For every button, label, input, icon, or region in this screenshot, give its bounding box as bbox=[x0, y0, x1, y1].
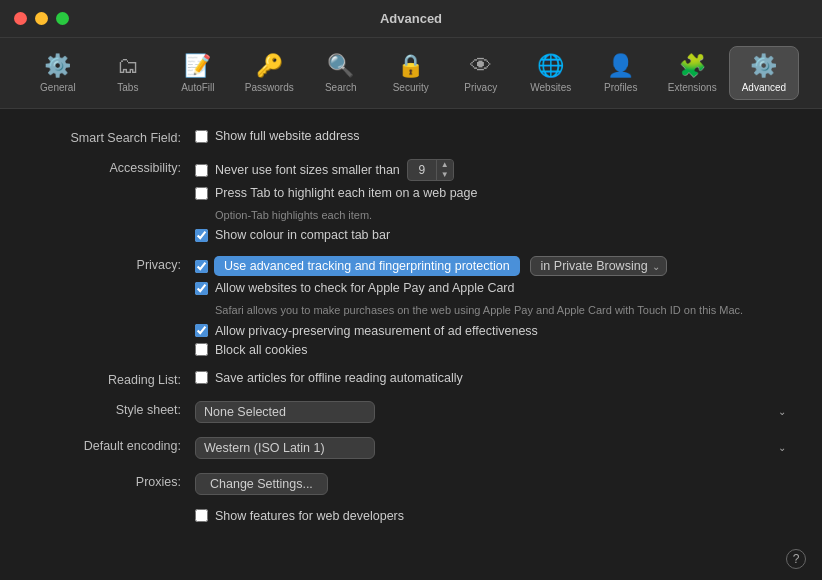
advanced-icon: ⚙️ bbox=[750, 53, 777, 79]
general-icon: ⚙️ bbox=[44, 53, 71, 79]
privacy-section-label: Privacy: bbox=[30, 256, 195, 272]
press-tab-checkbox[interactable] bbox=[195, 187, 208, 200]
title-bar: Advanced bbox=[0, 0, 822, 38]
smart-search-row: Smart Search Field: Show full website ad… bbox=[30, 129, 792, 145]
toolbar-advanced[interactable]: ⚙️ Advanced bbox=[729, 46, 799, 100]
save-offline-row: Save articles for offline reading automa… bbox=[195, 371, 792, 385]
accessibility-controls: Never use font sizes smaller than 9 ▲ ▼ … bbox=[195, 159, 792, 242]
show-colour-checkbox[interactable] bbox=[195, 229, 208, 242]
block-cookies-label: Block all cookies bbox=[215, 343, 307, 357]
maximize-button[interactable] bbox=[56, 12, 69, 25]
option-tab-text: Option-Tab highlights each item. bbox=[195, 209, 372, 221]
developer-features-row: Show features for web developers bbox=[195, 509, 792, 523]
privacy-controls: Use advanced tracking and fingerprinting… bbox=[195, 256, 792, 356]
developer-controls: Show features for web developers bbox=[195, 509, 792, 523]
help-button[interactable]: ? bbox=[786, 549, 806, 569]
toolbar-privacy[interactable]: 👁 Privacy bbox=[446, 47, 516, 99]
apple-pay-label: Allow websites to check for Apple Pay an… bbox=[215, 281, 514, 295]
toolbar-search[interactable]: 🔍 Search bbox=[306, 47, 376, 99]
show-colour-label: Show colour in compact tab bar bbox=[215, 228, 390, 242]
encoding-label: Default encoding: bbox=[30, 437, 195, 453]
in-private-dropdown[interactable]: in Private Browsing ⌄ bbox=[530, 256, 667, 276]
accessibility-row: Accessibility: Never use font sizes smal… bbox=[30, 159, 792, 242]
minimize-button[interactable] bbox=[35, 12, 48, 25]
encoding-dropdown-wrapper: Western (ISO Latin 1) UTF-8 Unicode (UTF… bbox=[195, 437, 792, 459]
smart-search-label: Smart Search Field: bbox=[30, 129, 195, 145]
encoding-controls: Western (ISO Latin 1) UTF-8 Unicode (UTF… bbox=[195, 437, 792, 459]
websites-label: Websites bbox=[530, 82, 571, 93]
font-size-stepper: 9 ▲ ▼ bbox=[407, 159, 454, 181]
passwords-icon: 🔑 bbox=[256, 53, 283, 79]
in-private-dropdown-arrow: ⌄ bbox=[652, 261, 660, 272]
profiles-icon: 👤 bbox=[607, 53, 634, 79]
block-cookies-checkbox[interactable] bbox=[195, 343, 208, 356]
general-label: General bbox=[40, 82, 76, 93]
websites-icon: 🌐 bbox=[537, 53, 564, 79]
stylesheet-dropdown-arrow: ⌄ bbox=[778, 406, 786, 417]
tracking-protection-row: Use advanced tracking and fingerprinting… bbox=[195, 256, 792, 276]
close-button[interactable] bbox=[14, 12, 27, 25]
extensions-label: Extensions bbox=[668, 82, 717, 93]
autofill-label: AutoFill bbox=[181, 82, 214, 93]
search-icon: 🔍 bbox=[327, 53, 354, 79]
toolbar-general[interactable]: ⚙️ General bbox=[23, 47, 93, 99]
toolbar-security[interactable]: 🔒 Security bbox=[376, 47, 446, 99]
reading-list-controls: Save articles for offline reading automa… bbox=[195, 371, 792, 385]
security-label: Security bbox=[393, 82, 429, 93]
toolbar-passwords[interactable]: 🔑 Passwords bbox=[233, 47, 306, 99]
developer-features-checkbox[interactable] bbox=[195, 509, 208, 522]
tracking-protection-checkbox[interactable] bbox=[195, 260, 208, 273]
font-size-value: 9 bbox=[408, 161, 436, 179]
stylesheet-label: Style sheet: bbox=[30, 401, 195, 417]
tabs-icon: 🗂 bbox=[117, 53, 139, 79]
toolbar-profiles[interactable]: 👤 Profiles bbox=[586, 47, 656, 99]
show-colour-row: Show colour in compact tab bar bbox=[195, 228, 792, 242]
never-font-size-label: Never use font sizes smaller than bbox=[215, 163, 400, 177]
reading-list-label: Reading List: bbox=[30, 371, 195, 387]
stepper-up-button[interactable]: ▲ bbox=[437, 160, 453, 170]
never-font-size-checkbox[interactable] bbox=[195, 164, 208, 177]
toolbar-autofill[interactable]: 📝 AutoFill bbox=[163, 47, 233, 99]
advanced-label: Advanced bbox=[742, 82, 786, 93]
privacy-measurement-label: Allow privacy-preserving measurement of … bbox=[215, 324, 538, 338]
settings-content: Smart Search Field: Show full website ad… bbox=[0, 109, 822, 580]
proxies-label: Proxies: bbox=[30, 473, 195, 489]
privacy-icon: 👁 bbox=[470, 53, 492, 79]
encoding-dropdown-arrow: ⌄ bbox=[778, 442, 786, 453]
apple-pay-checkbox[interactable] bbox=[195, 282, 208, 295]
proxies-change-button[interactable]: Change Settings... bbox=[195, 473, 328, 495]
security-icon: 🔒 bbox=[397, 53, 424, 79]
option-tab-note: Option-Tab highlights each item. bbox=[195, 205, 792, 223]
profiles-label: Profiles bbox=[604, 82, 637, 93]
apple-pay-note: Safari allows you to make purchases on t… bbox=[195, 304, 743, 316]
toolbar-tabs[interactable]: 🗂 Tabs bbox=[93, 47, 163, 99]
developer-spacer bbox=[30, 509, 195, 511]
encoding-select[interactable]: Western (ISO Latin 1) UTF-8 Unicode (UTF… bbox=[195, 437, 375, 459]
preferences-toolbar: ⚙️ General 🗂 Tabs 📝 AutoFill 🔑 Passwords… bbox=[0, 38, 822, 109]
developer-features-label: Show features for web developers bbox=[215, 509, 404, 523]
stylesheet-select[interactable]: None Selected Custom... bbox=[195, 401, 375, 423]
proxies-controls: Change Settings... bbox=[195, 473, 792, 495]
block-cookies-row: Block all cookies bbox=[195, 343, 792, 357]
press-tab-row: Press Tab to highlight each item on a we… bbox=[195, 186, 792, 200]
window-title: Advanced bbox=[380, 11, 442, 26]
stylesheet-row: Style sheet: None Selected Custom... ⌄ bbox=[30, 401, 792, 423]
stepper-down-button[interactable]: ▼ bbox=[437, 170, 453, 180]
show-full-address-checkbox[interactable] bbox=[195, 130, 208, 143]
show-full-address-label: Show full website address bbox=[215, 129, 360, 143]
privacy-measurement-checkbox[interactable] bbox=[195, 324, 208, 337]
smart-search-controls: Show full website address bbox=[195, 129, 792, 143]
font-size-row: Never use font sizes smaller than 9 ▲ ▼ bbox=[195, 159, 792, 181]
autofill-icon: 📝 bbox=[184, 53, 211, 79]
toolbar-extensions[interactable]: 🧩 Extensions bbox=[656, 47, 729, 99]
stylesheet-dropdown-wrapper: None Selected Custom... ⌄ bbox=[195, 401, 792, 423]
search-label: Search bbox=[325, 82, 357, 93]
passwords-label: Passwords bbox=[245, 82, 294, 93]
stylesheet-controls: None Selected Custom... ⌄ bbox=[195, 401, 792, 423]
toolbar-websites[interactable]: 🌐 Websites bbox=[516, 47, 586, 99]
show-full-address-row: Show full website address bbox=[195, 129, 792, 143]
reading-list-row: Reading List: Save articles for offline … bbox=[30, 371, 792, 387]
proxies-row: Proxies: Change Settings... bbox=[30, 473, 792, 495]
window-controls bbox=[14, 12, 69, 25]
save-offline-checkbox[interactable] bbox=[195, 371, 208, 384]
